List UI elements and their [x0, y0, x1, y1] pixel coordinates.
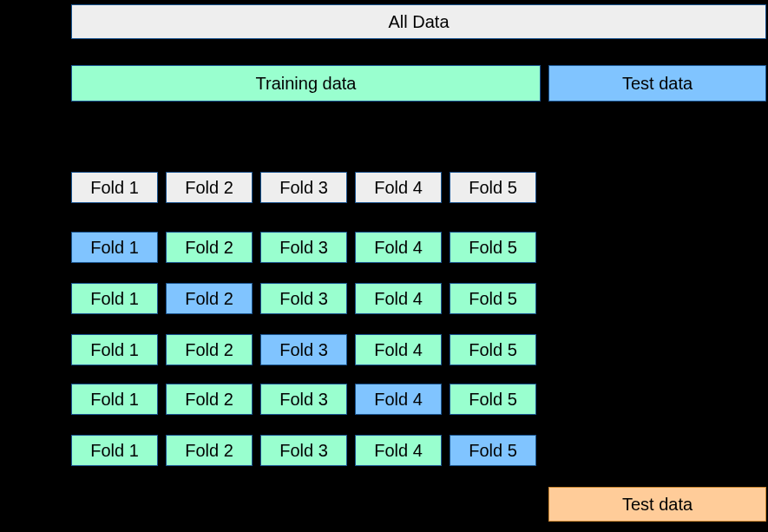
fold-s1-5: Fold 5: [450, 232, 536, 263]
fold-s5-3: Fold 3: [260, 435, 347, 466]
fold-s5-4: Fold 4: [355, 435, 442, 466]
all-data-box: All Data: [71, 4, 766, 39]
training-data-box: Training data: [71, 65, 541, 102]
test-data-bottom-box: Test data: [548, 487, 766, 522]
fold-s3-3: Fold 3: [260, 334, 347, 365]
fold-s2-4: Fold 4: [355, 283, 442, 314]
fold-s4-3: Fold 3: [260, 384, 347, 415]
fold-s3-1: Fold 1: [71, 334, 158, 365]
fold-s3-5: Fold 5: [450, 334, 536, 365]
fold-s4-5: Fold 5: [450, 384, 536, 415]
fold-s1-1: Fold 1: [71, 232, 158, 263]
fold-s2-3: Fold 3: [260, 283, 347, 314]
fold-split-row-4: Fold 1 Fold 2 Fold 3 Fold 4 Fold 5: [71, 384, 536, 415]
fold-header-4: Fold 4: [355, 172, 442, 203]
fold-header-3: Fold 3: [260, 172, 347, 203]
fold-s1-2: Fold 2: [166, 232, 253, 263]
fold-split-row-2: Fold 1 Fold 2 Fold 3 Fold 4 Fold 5: [71, 283, 536, 314]
fold-s2-2: Fold 2: [166, 283, 253, 314]
fold-split-row-5: Fold 1 Fold 2 Fold 3 Fold 4 Fold 5: [71, 435, 536, 466]
fold-s3-2: Fold 2: [166, 334, 253, 365]
fold-header-2: Fold 2: [166, 172, 253, 203]
test-data-top-box: Test data: [548, 65, 766, 102]
fold-s3-4: Fold 4: [355, 334, 442, 365]
fold-s4-1: Fold 1: [71, 384, 158, 415]
fold-header-row: Fold 1 Fold 2 Fold 3 Fold 4 Fold 5: [71, 172, 536, 203]
fold-s5-5: Fold 5: [450, 435, 536, 466]
fold-s2-5: Fold 5: [450, 283, 536, 314]
fold-s4-2: Fold 2: [166, 384, 253, 415]
fold-header-5: Fold 5: [450, 172, 536, 203]
fold-split-row-3: Fold 1 Fold 2 Fold 3 Fold 4 Fold 5: [71, 334, 536, 365]
fold-s5-1: Fold 1: [71, 435, 158, 466]
fold-s4-4: Fold 4: [355, 384, 442, 415]
fold-split-row-1: Fold 1 Fold 2 Fold 3 Fold 4 Fold 5: [71, 232, 536, 263]
fold-s1-3: Fold 3: [260, 232, 347, 263]
fold-header-1: Fold 1: [71, 172, 158, 203]
fold-s1-4: Fold 4: [355, 232, 442, 263]
fold-s2-1: Fold 1: [71, 283, 158, 314]
fold-s5-2: Fold 2: [166, 435, 253, 466]
